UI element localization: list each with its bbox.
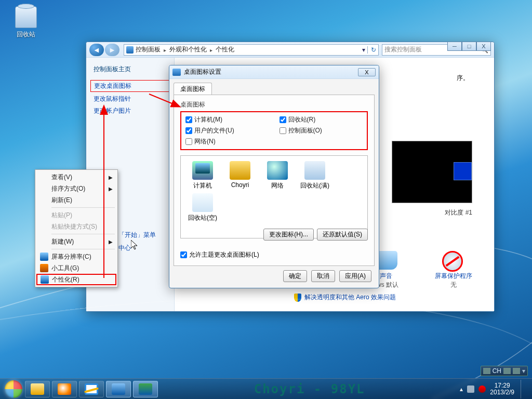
recycle-bin-icon bbox=[15, 6, 37, 28]
ime-option-icon bbox=[513, 368, 520, 374]
control-panel-icon bbox=[112, 383, 125, 395]
taskbar-clock[interactable]: 17:29 2013/2/9 bbox=[490, 382, 514, 396]
apply-button[interactable]: 应用(A) bbox=[339, 270, 371, 282]
start-button[interactable] bbox=[3, 379, 24, 400]
close-button[interactable]: X bbox=[476, 42, 491, 51]
control-panel-icon bbox=[126, 46, 134, 54]
dialog-close-button[interactable]: X bbox=[358, 68, 376, 76]
sidebar-title: 控制面板主页 bbox=[86, 65, 174, 79]
screensaver-tile[interactable]: 屏幕保护程序 无 bbox=[435, 251, 472, 289]
nav-back-button[interactable]: ◄ bbox=[89, 44, 104, 56]
checkbox-computer[interactable]: 计算机(M) bbox=[185, 115, 269, 124]
breadcrumb[interactable]: 控制面板 bbox=[136, 45, 161, 54]
desktop-settings-icon bbox=[139, 383, 152, 395]
dialog-icon bbox=[172, 69, 181, 76]
taskbar-media-player[interactable] bbox=[52, 381, 77, 397]
menu-item-paste-shortcut: 粘贴快捷方式(S) bbox=[37, 221, 116, 232]
ok-button[interactable]: 确定 bbox=[283, 270, 307, 282]
menu-item-view[interactable]: 查看(V)▶ bbox=[37, 171, 116, 183]
icon-user-folder[interactable]: Choyri bbox=[221, 161, 259, 190]
taskbar-internet-explorer[interactable] bbox=[79, 381, 104, 397]
menu-item-sort[interactable]: 排序方式(O)▶ bbox=[37, 183, 116, 194]
menu-item-new[interactable]: 新建(W)▶ bbox=[37, 236, 116, 247]
icon-recycle-bin-empty[interactable]: 回收站(空) bbox=[184, 193, 221, 222]
checkbox-users-files[interactable]: 用户的文件(U) bbox=[185, 126, 269, 135]
checkbox-network[interactable]: 网络(N) bbox=[185, 137, 269, 146]
desktop-icons-checkbox-group: 计算机(M) 回收站(R) 用户的文件(U) 控制面板(O) 网络(N) bbox=[180, 111, 368, 150]
ie-icon bbox=[85, 383, 98, 395]
tray-action-center-icon[interactable] bbox=[467, 385, 474, 393]
tray-volume-muted-icon[interactable] bbox=[478, 385, 486, 393]
sidebar-item-change-account-picture[interactable]: 更改帐户图片 bbox=[86, 105, 174, 117]
minimize-button[interactable]: ─ bbox=[447, 42, 462, 51]
taskbar: Choyri - 98YL ▴ 17:29 2013/2/9 bbox=[0, 378, 532, 399]
explorer-icon bbox=[31, 383, 44, 395]
no-screensaver-icon bbox=[442, 251, 463, 272]
desktop-icon-settings-dialog: 桌面图标设置 X 桌面图标 桌面图标 计算机(M) 回收站(R) 用户的文件(U… bbox=[169, 65, 379, 288]
tab-desktop-icons[interactable]: 桌面图标 bbox=[174, 83, 212, 95]
gadgets-icon bbox=[40, 264, 48, 272]
show-desktop-button[interactable] bbox=[521, 380, 526, 398]
sidebar-item-change-mouse-pointers[interactable]: 更改鼠标指针 bbox=[86, 93, 174, 105]
checkbox-recycle-bin[interactable]: 回收站(R) bbox=[280, 115, 363, 124]
cancel-button[interactable]: 取消 bbox=[311, 270, 335, 282]
uac-shield-icon bbox=[294, 294, 301, 302]
address-bar[interactable]: 控制面板 外观和个性化 个性化 ▾ ↻ bbox=[124, 44, 379, 56]
aero-troubleshoot-link[interactable]: 解决透明度和其他 Aero 效果问题 bbox=[294, 293, 396, 302]
window-controls: ─ □ X ? bbox=[447, 42, 491, 51]
explorer-toolbar: ◄ ► 控制面板 外观和个性化 个性化 ▾ ↻ 搜索控制面板 🔍 bbox=[86, 42, 494, 58]
theme-label: 对比度 #1 bbox=[445, 208, 472, 217]
theme-preview-high-contrast[interactable] bbox=[392, 141, 472, 203]
checkbox-control-panel[interactable]: 控制面板(O) bbox=[280, 126, 363, 135]
icon-preview-pane: 计算机 Choyri 网络 回收站(满) 回收站(空) bbox=[180, 155, 368, 238]
menu-item-personalize[interactable]: 个性化(R) bbox=[36, 274, 116, 285]
maximize-button[interactable]: □ bbox=[462, 42, 476, 51]
change-icon-button[interactable]: 更改图标(H)... bbox=[263, 229, 314, 241]
menu-item-paste: 粘贴(P) bbox=[37, 209, 116, 221]
breadcrumb[interactable]: 个性化 bbox=[216, 45, 234, 54]
icon-recycle-bin-full[interactable]: 回收站(满) bbox=[296, 161, 334, 190]
refresh-icon[interactable]: ↻ bbox=[367, 46, 376, 54]
search-placeholder: 搜索控制面板 bbox=[384, 45, 422, 54]
system-tray: ▴ 17:29 2013/2/9 bbox=[460, 380, 529, 398]
restore-defaults-button[interactable]: 还原默认值(S) bbox=[317, 229, 368, 241]
taskbar-control-panel[interactable] bbox=[106, 381, 131, 397]
group-label: 桌面图标 bbox=[180, 100, 368, 109]
language-label: CH bbox=[493, 367, 501, 375]
mouse-cursor bbox=[131, 240, 138, 250]
text-fragment: 序。 bbox=[457, 74, 469, 83]
keyboard-icon bbox=[483, 368, 490, 374]
media-player-icon bbox=[58, 383, 71, 395]
menu-item-gadgets[interactable]: 小工具(G) bbox=[37, 262, 116, 274]
icon-computer[interactable]: 计算机 bbox=[184, 161, 221, 190]
icon-network[interactable]: 网络 bbox=[259, 161, 296, 190]
language-bar[interactable]: CH ▾ bbox=[481, 366, 528, 376]
ime-icon bbox=[503, 368, 511, 374]
sidebar-item-change-desktop-icons[interactable]: 更改桌面图标 bbox=[90, 80, 170, 92]
screensaver-value: 无 bbox=[435, 281, 472, 289]
windows-orb-icon bbox=[5, 380, 22, 398]
nav-forward-button[interactable]: ► bbox=[105, 44, 119, 56]
watermark-text: Choyri - 98YL bbox=[159, 381, 460, 397]
recycle-bin-label: 回收站 bbox=[10, 30, 42, 39]
taskbar-explorer[interactable] bbox=[25, 381, 50, 397]
menu-item-screen-resolution[interactable]: 屏幕分辨率(C) bbox=[37, 251, 116, 262]
personalize-icon bbox=[41, 275, 49, 284]
breadcrumb[interactable]: 外观和个性化 bbox=[169, 45, 207, 54]
screensaver-label: 屏幕保护程序 bbox=[435, 272, 472, 281]
dialog-title: 桌面图标设置 bbox=[184, 68, 221, 76]
desktop-recycle-bin[interactable]: 回收站 bbox=[10, 6, 42, 39]
taskbar-desktop-icon-settings[interactable] bbox=[133, 381, 158, 397]
screen-resolution-icon bbox=[40, 252, 48, 261]
allow-themes-checkbox[interactable]: 允许主题更改桌面图标(L) bbox=[180, 250, 259, 259]
tray-expand-button[interactable]: ▴ bbox=[460, 385, 463, 393]
desktop-context-menu: 查看(V)▶ 排序方式(O)▶ 刷新(E) 粘贴(P) 粘贴快捷方式(S) 新建… bbox=[35, 169, 118, 287]
menu-item-refresh[interactable]: 刷新(E) bbox=[37, 194, 116, 206]
